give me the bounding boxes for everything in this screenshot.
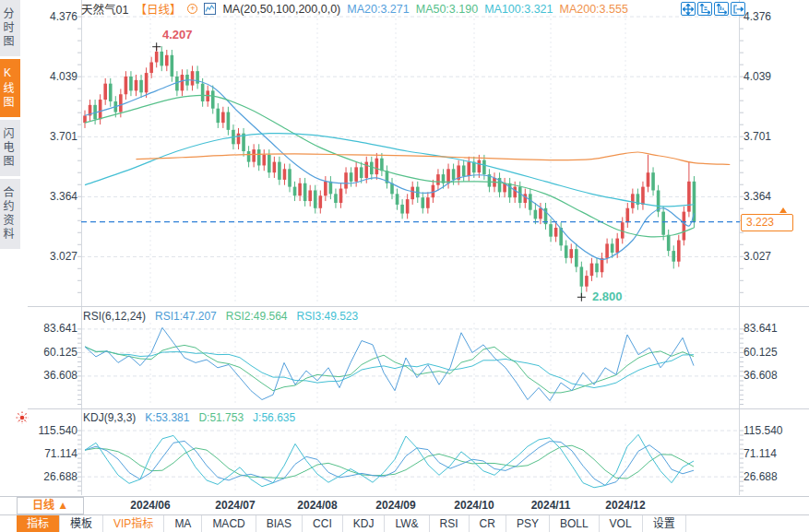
tab-lwr[interactable]: LW& [385,515,429,532]
chart-canvas[interactable] [0,0,809,496]
rsi-lines-layer [85,327,694,400]
y-axis-scale-icon[interactable] [697,2,712,16]
pan-move-icon[interactable] [681,2,696,16]
chart-toolbar [681,2,745,16]
indicator-tab-bar: 指标模板VIP指标MAMACDBIASCCIKDJLW&RSICRPSYBOLL… [0,514,809,532]
x-axis-label: 2024/06 [121,499,180,512]
tab-cr[interactable]: CR [470,515,506,532]
tabs-container: 指标模板VIP指标MAMACDBIASCCIKDJLW&RSICRPSYBOLL… [17,515,809,532]
tab-vip[interactable]: VIP指标 [103,515,164,532]
period-label[interactable]: 【日线】 [135,0,181,18]
period-dropdown-button[interactable]: 日线 ▲ [17,497,84,514]
red-burst-icon [16,411,29,428]
sidebar-item-time-chart[interactable]: 分时图 [0,0,20,56]
tab-settings[interactable]: 设置 [643,515,686,532]
sidebar-item-kline-chart[interactable]: K线图 [0,59,20,117]
tab-bias[interactable]: BIAS [256,515,303,532]
kdj-lines-layer [85,434,694,488]
ma200-value: MA200:3.555 [560,3,628,16]
tab-boll[interactable]: BOLL [550,515,600,532]
tab-ma[interactable]: MA [164,515,202,532]
tab-rsi[interactable]: RSI [430,515,470,532]
x-axis-scale-icon[interactable] [714,2,729,16]
tab-kdj[interactable]: KDJ [343,515,386,532]
tab-macd[interactable]: MACD [202,515,256,532]
ma20-value: MA20:3.271 [347,3,409,16]
tab-vol[interactable]: VOL [600,515,643,532]
ma100-value: MA100:3.321 [484,3,553,16]
ma50-value: MA50:3.190 [416,3,478,16]
chart-application-window: 分时图 K线图 闪电图 合约资料 天然气01 【日线】 + [0,0,809,532]
tab-template[interactable]: 模板 [60,515,103,532]
x-axis-label: 2024/07 [206,499,265,512]
x-axis-label: 2024/08 [288,499,347,512]
ma-settings-label: MA(20,50,100,200,0,0) [222,3,340,16]
tab-indicator[interactable]: 指标 [17,515,60,532]
plus-circle-icon[interactable]: + [187,4,197,14]
exit-right-icon[interactable] [731,2,745,16]
tab-cci[interactable]: CCI [303,515,343,532]
sidebar-item-flash-chart[interactable]: 闪电图 [0,120,20,176]
x-axis-row: 日线 ▲ 2024/062024/072024/082024/092024/10… [0,496,809,514]
symbol-name: 天然气01 [81,0,128,18]
line-chart-icon[interactable] [204,3,216,15]
x-axis-label: 2024/11 [521,499,580,512]
sidebar-item-contract-info[interactable]: 合约资料 [0,179,20,249]
extreme-markers-layer [152,42,586,301]
x-axis-label: 2024/09 [366,499,425,512]
main-chart-header: 天然气01 【日线】 + MA(20,50,100,200,0,0) MA20:… [81,1,628,17]
ma-lines-layer [85,80,730,260]
x-axis-label: 2024/10 [445,499,504,512]
sidebar: 分时图 K线图 闪电图 合约资料 [0,0,28,495]
x-axis-label: 2024/12 [596,499,655,512]
tab-psy[interactable]: PSY [506,515,550,532]
